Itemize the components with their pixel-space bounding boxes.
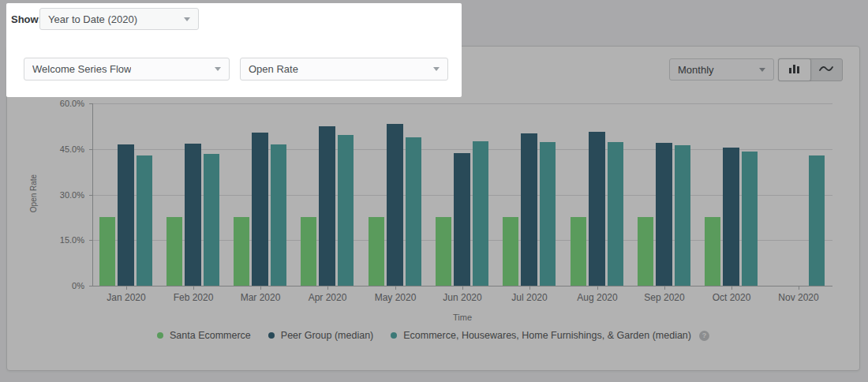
- x-tick-label: Oct 2020: [696, 292, 767, 303]
- chevron-down-icon: [184, 17, 190, 21]
- x-axis-tick: [597, 286, 598, 290]
- legend-label: Santa Ecommerce: [170, 330, 251, 341]
- chart-legend: Santa EcommercePeer Group (median)Ecomme…: [7, 330, 859, 341]
- y-tick-label: 30.0%: [37, 189, 84, 200]
- bar-Mar-2020: [271, 144, 286, 286]
- legend-item[interactable]: Ecommerce, Housewares, Home Furnishings,…: [391, 330, 709, 341]
- x-axis-title: Time: [453, 313, 472, 322]
- x-tick-label: Feb 2020: [158, 292, 229, 303]
- bar-Oct-2020: [742, 152, 758, 286]
- bar-Jul-2020: [521, 133, 537, 286]
- x-axis-tick: [327, 286, 328, 290]
- x-tick-label: Mar 2020: [225, 292, 296, 303]
- x-tick-label: Jul 2020: [494, 292, 565, 303]
- legend-dot-icon: [157, 332, 163, 339]
- flow-dropdown-value: Welcome Series Flow: [32, 63, 131, 75]
- y-axis-tick: [89, 286, 92, 286]
- x-tick-label: Nov 2020: [763, 292, 834, 303]
- bar-Oct-2020: [723, 148, 739, 286]
- metric-dropdown[interactable]: Open Rate: [240, 58, 448, 81]
- bar-Oct-2020: [705, 217, 720, 286]
- x-axis-tick: [529, 286, 530, 290]
- bar-Sep-2020: [675, 145, 690, 286]
- x-tick-label: Jun 2020: [427, 292, 498, 303]
- bar-Jan-2020: [137, 155, 152, 286]
- page-background: Monthly: [0, 0, 868, 382]
- bar-Jan-2020: [99, 217, 115, 286]
- bar-Apr-2020: [319, 126, 335, 286]
- legend-item[interactable]: Santa Ecommerce: [157, 330, 251, 341]
- bar-Jul-2020: [540, 142, 556, 286]
- bar-Sep-2020: [656, 143, 672, 286]
- bar-Aug-2020: [571, 217, 586, 286]
- y-tick-label: 15.0%: [37, 234, 84, 245]
- bar-Feb-2020: [185, 144, 201, 286]
- x-axis-tick: [462, 286, 463, 290]
- x-axis-tick: [731, 286, 732, 290]
- bar-Mar-2020: [252, 133, 268, 286]
- tour-spotlight-panel: Show: Year to Date (2020) Welcome Series…: [6, 3, 462, 97]
- bar-May-2020: [369, 217, 384, 286]
- x-axis-tick: [395, 286, 396, 290]
- bar-May-2020: [406, 137, 421, 286]
- x-axis-tick: [664, 286, 665, 290]
- y-axis-line: [92, 103, 93, 286]
- legend-label: Peer Group (median): [281, 330, 373, 341]
- legend-dot-icon: [391, 332, 397, 339]
- x-tick-label: May 2020: [360, 292, 431, 303]
- legend-label: Ecommerce, Housewares, Home Furnishings,…: [403, 330, 691, 341]
- bar-Apr-2020: [338, 135, 354, 286]
- y-tick-label: 0%: [37, 280, 84, 291]
- bar-Feb-2020: [166, 217, 182, 286]
- flow-dropdown[interactable]: Welcome Series Flow: [24, 58, 230, 81]
- legend-item[interactable]: Peer Group (median): [268, 330, 373, 341]
- bar-May-2020: [387, 124, 403, 286]
- bar-Jul-2020: [503, 217, 518, 286]
- metric-dropdown-value: Open Rate: [249, 63, 298, 75]
- bar-Mar-2020: [234, 217, 249, 286]
- x-axis-tick: [260, 286, 261, 290]
- x-axis-tick: [799, 286, 799, 290]
- y-tick-label: 60.0%: [37, 98, 84, 109]
- x-axis-tick: [126, 286, 127, 290]
- help-icon[interactable]: ?: [699, 331, 709, 341]
- date-range-dropdown[interactable]: Year to Date (2020): [39, 8, 199, 30]
- bar-Feb-2020: [204, 154, 219, 286]
- x-tick-label: Jan 2020: [91, 292, 162, 303]
- chevron-down-icon: [433, 67, 440, 71]
- chevron-down-icon: [215, 67, 221, 71]
- bar-Nov-2020: [809, 155, 825, 286]
- x-tick-label: Aug 2020: [562, 292, 633, 303]
- bar-Apr-2020: [301, 217, 316, 286]
- bar-Jun-2020: [454, 153, 470, 286]
- bar-Sep-2020: [638, 217, 653, 286]
- bar-Jun-2020: [436, 217, 451, 286]
- gridline-60.0%: [92, 103, 832, 104]
- legend-dot-icon: [268, 332, 275, 339]
- x-tick-label: Sep 2020: [629, 292, 700, 303]
- date-range-dropdown-value: Year to Date (2020): [48, 13, 137, 25]
- y-tick-label: 45.0%: [37, 144, 84, 155]
- bar-Jun-2020: [473, 141, 488, 286]
- x-axis-tick: [193, 286, 194, 290]
- gridline-45.0%: [92, 149, 832, 150]
- bar-Jan-2020: [118, 144, 134, 286]
- x-tick-label: Apr 2020: [292, 292, 363, 303]
- bar-Aug-2020: [608, 142, 623, 286]
- y-axis-title: Open Rate: [29, 174, 38, 212]
- bar-Aug-2020: [589, 132, 605, 286]
- show-filter-label: Show:: [11, 13, 42, 26]
